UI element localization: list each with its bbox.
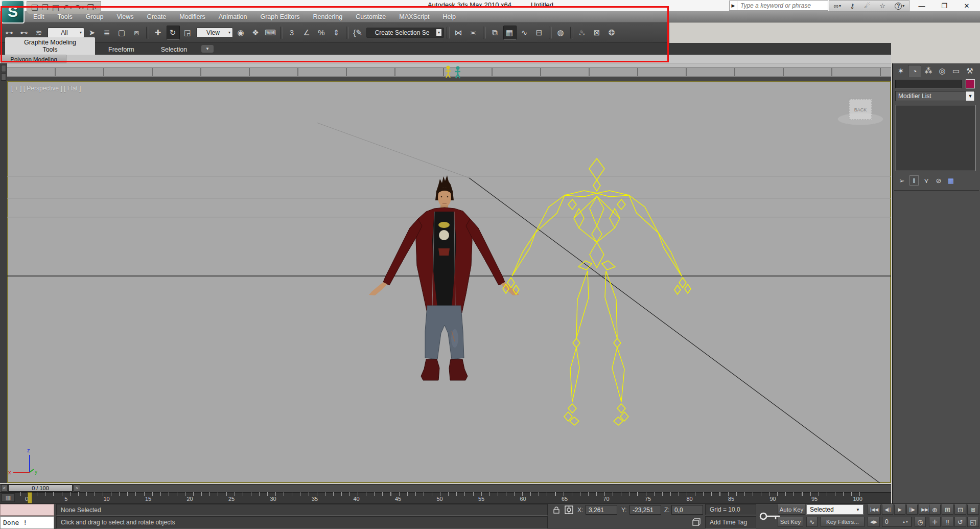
pan-view-button[interactable]: ✛ bbox=[929, 517, 941, 527]
schematic-view-button[interactable]: ⊟ bbox=[533, 26, 546, 40]
selection-set-dropdown[interactable]: Selected▼ bbox=[806, 504, 864, 515]
character-model[interactable] bbox=[369, 175, 519, 380]
menu-modifiers[interactable]: Modifiers bbox=[173, 11, 212, 22]
zoom-button[interactable]: ⊕ bbox=[929, 504, 941, 515]
search-arrow-button[interactable]: ▶ bbox=[729, 1, 737, 11]
angle-snap-toggle[interactable]: ∠ bbox=[300, 26, 314, 40]
left-toolbar-icon[interactable] bbox=[1, 74, 6, 81]
percent-snap-toggle[interactable]: % bbox=[315, 26, 329, 40]
y-coordinate-field[interactable]: -23,251 bbox=[629, 505, 661, 515]
application-menu-button[interactable]: S bbox=[1, 0, 25, 24]
zoom-extents-button[interactable]: ⊡ bbox=[954, 504, 966, 515]
previous-frame-button[interactable]: ◀|| bbox=[882, 504, 893, 515]
key-mode-toggle[interactable]: ◀▶ bbox=[868, 517, 880, 527]
viewcube-face-label[interactable]: BACK bbox=[854, 107, 867, 112]
rectangular-selection-region-button[interactable]: ▢ bbox=[115, 26, 129, 40]
material-editor-button[interactable]: ◍ bbox=[554, 26, 568, 40]
menu-graph-editors[interactable]: Graph Editors bbox=[253, 11, 306, 22]
absolute-mode-toggle[interactable] bbox=[564, 505, 574, 515]
select-and-manipulate-button[interactable]: ❖ bbox=[249, 26, 263, 40]
curve-editor-button[interactable]: ∿ bbox=[518, 26, 531, 40]
close-button[interactable]: ✕ bbox=[955, 0, 978, 11]
go-to-start-button[interactable]: |◀◀ bbox=[868, 504, 881, 515]
menu-animation[interactable]: Animation bbox=[212, 11, 254, 22]
tab-freeform[interactable]: Freeform bbox=[95, 44, 148, 55]
render-production-button[interactable]: ❂ bbox=[605, 26, 619, 40]
key-filters-button[interactable]: Key Filters... bbox=[821, 517, 865, 527]
menu-maxscript[interactable]: MAXScript bbox=[392, 11, 436, 22]
tab-utilities[interactable]: ⚒ bbox=[963, 65, 976, 77]
render-setup-button[interactable]: ♨ bbox=[576, 26, 589, 40]
select-and-move-button[interactable]: ✚ bbox=[152, 26, 165, 40]
favorites-star-icon[interactable]: ☆ bbox=[879, 2, 886, 10]
orbit-button[interactable]: ↺ bbox=[954, 517, 966, 527]
tab-graphite-modeling-tools[interactable]: Graphite Modeling Tools bbox=[5, 37, 95, 55]
menu-rendering[interactable]: Rendering bbox=[307, 11, 349, 22]
time-slider-handle[interactable]: 0 / 100 bbox=[8, 485, 73, 492]
minimize-button[interactable]: — bbox=[911, 0, 933, 11]
new-scene-button[interactable]: ❏ bbox=[31, 3, 38, 12]
tab-hierarchy[interactable]: ⁂ bbox=[922, 65, 935, 77]
default-in-out-tangents-button[interactable]: ∿ bbox=[806, 517, 818, 527]
maxscript-listener[interactable]: Done ! bbox=[0, 516, 54, 529]
modifier-list-dropdown[interactable]: Modifier List bbox=[895, 91, 975, 101]
menu-views[interactable]: Views bbox=[110, 11, 140, 22]
modifier-stack-list[interactable] bbox=[896, 105, 975, 171]
edit-named-selection-sets-button[interactable]: {✎ bbox=[352, 26, 365, 40]
rendered-frame-window-button[interactable]: ⊠ bbox=[591, 26, 604, 40]
viewport-label[interactable]: [ + ] [ Perspective ] [ Flat ] bbox=[11, 85, 81, 92]
mirror-button[interactable]: ⋈ bbox=[452, 26, 465, 40]
pin-stack-button[interactable]: ➢ bbox=[897, 175, 906, 186]
menu-create[interactable]: Create bbox=[141, 11, 173, 22]
restore-button[interactable]: ❐ bbox=[933, 0, 955, 11]
macro-recorder-box[interactable] bbox=[0, 504, 54, 516]
named-selection-sets-combo[interactable]: Create Selection Se▾ bbox=[366, 28, 444, 38]
search-input[interactable] bbox=[737, 1, 828, 11]
walk-through-button[interactable]: ‼ bbox=[942, 517, 953, 527]
use-pivot-point-center-button[interactable]: ◉ bbox=[235, 26, 248, 40]
selection-filter-combo[interactable]: All▾ bbox=[48, 28, 84, 38]
object-color-swatch[interactable] bbox=[966, 79, 975, 88]
reference-coordinate-system-combo[interactable]: View▾ bbox=[196, 28, 233, 38]
open-mini-curve-editor-button[interactable]: ▥ bbox=[2, 493, 15, 502]
communication-center-icon[interactable]: ☄ bbox=[864, 2, 871, 10]
layer-manager-button[interactable]: ⧉ bbox=[488, 26, 502, 40]
current-frame-field[interactable]: 0 ▲▼ bbox=[882, 517, 912, 527]
zoom-all-button[interactable]: ⊞ bbox=[942, 504, 953, 515]
isolate-selection-icon[interactable] bbox=[691, 518, 701, 527]
maximize-viewport-toggle[interactable]: ◱ bbox=[967, 517, 979, 527]
make-unique-button[interactable]: ⋎ bbox=[922, 175, 931, 186]
configure-modifier-sets-button[interactable]: ▦ bbox=[946, 175, 955, 186]
time-configuration-button[interactable]: ◷ bbox=[915, 517, 926, 527]
zoom-extents-all-button[interactable]: ⧈ bbox=[967, 504, 979, 515]
auto-key-button[interactable]: Auto Key bbox=[778, 504, 805, 515]
project-folder-button[interactable]: ❐▾ bbox=[87, 3, 96, 12]
menu-customize[interactable]: Customize bbox=[349, 11, 392, 22]
select-and-rotate-button[interactable]: ↻ bbox=[167, 26, 180, 40]
search-icon[interactable]: ∞▾ bbox=[834, 2, 841, 10]
undo-button[interactable]: ↶▾ bbox=[63, 3, 72, 12]
z-coordinate-field[interactable]: 0,0 bbox=[671, 505, 703, 515]
subscription-key-icon[interactable]: ⚷ bbox=[850, 2, 855, 10]
menu-help[interactable]: Help bbox=[436, 11, 462, 22]
selection-lock-toggle[interactable] bbox=[552, 505, 561, 514]
polygon-modeling-panel-button[interactable]: Polygon Modeling bbox=[1, 55, 66, 63]
current-frame-marker[interactable] bbox=[28, 492, 32, 503]
object-name-field[interactable] bbox=[895, 80, 962, 88]
chevron-down-icon[interactable]: ▼ bbox=[966, 91, 974, 101]
show-end-result-toggle[interactable]: ‖ bbox=[909, 175, 919, 186]
save-file-button[interactable]: ▤ bbox=[52, 3, 60, 12]
tab-create[interactable]: ✶ bbox=[894, 65, 907, 77]
spinner-snap-toggle[interactable]: ⇕ bbox=[330, 26, 343, 40]
left-toolbar-icon[interactable] bbox=[1, 65, 6, 72]
time-slider-track[interactable] bbox=[0, 484, 891, 492]
redo-button[interactable]: ↷▾ bbox=[75, 3, 84, 12]
previous-frame-slider-button[interactable]: < bbox=[1, 485, 8, 492]
select-and-scale-button[interactable]: ◲ bbox=[181, 26, 195, 40]
tab-display[interactable]: ▭ bbox=[949, 65, 963, 77]
add-time-tag-button[interactable]: Add Time Tag bbox=[705, 516, 756, 528]
tab-selection[interactable]: Selection bbox=[148, 44, 200, 55]
play-button[interactable]: ▶ bbox=[894, 504, 905, 515]
tab-modify[interactable]: ◔ bbox=[908, 65, 921, 77]
keyboard-shortcut-override-toggle[interactable]: ⌨ bbox=[264, 26, 277, 40]
